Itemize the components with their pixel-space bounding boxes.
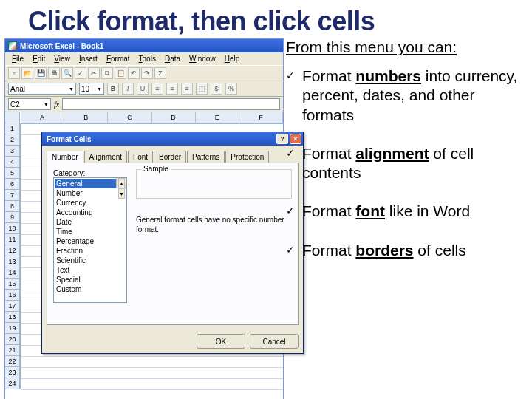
row-header[interactable]: 22 <box>5 356 20 367</box>
tab-patterns[interactable]: Patterns <box>187 151 225 163</box>
scroll-down-icon[interactable]: ▼ <box>118 188 125 199</box>
category-item[interactable]: Scientific <box>55 256 126 265</box>
col-header[interactable]: B <box>64 112 108 123</box>
italic-button[interactable]: I <box>122 83 134 95</box>
scroll-up-icon[interactable]: ▲ <box>118 178 125 188</box>
cancel-button[interactable]: Cancel <box>250 334 299 349</box>
row-header[interactable]: 19 <box>5 323 20 334</box>
row-header[interactable]: 24 <box>5 378 20 389</box>
row-header[interactable]: 17 <box>5 301 20 312</box>
align-center-icon[interactable]: ≡ <box>166 83 178 95</box>
category-item[interactable]: Custom <box>55 284 126 294</box>
dialog-title: Format Cells <box>47 135 92 143</box>
currency-icon[interactable]: $ <box>211 83 222 95</box>
undo-icon[interactable]: ↶ <box>128 67 140 79</box>
row-header[interactable]: 23 <box>5 367 20 378</box>
row-header[interactable]: 14 <box>5 267 20 279</box>
row-header[interactable]: 16 <box>5 290 20 301</box>
row-header[interactable]: 21 <box>5 345 20 356</box>
new-icon[interactable]: ▫ <box>8 67 20 79</box>
copy-icon[interactable]: ⧉ <box>101 67 113 79</box>
row-headers: 123456789101112131415161713192021222324 <box>5 123 21 389</box>
row-header[interactable]: 8 <box>5 201 20 212</box>
menu-format[interactable]: Format <box>103 54 134 64</box>
menu-data[interactable]: Data <box>161 54 184 64</box>
menu-file[interactable]: File <box>8 54 27 64</box>
category-item[interactable]: Accounting <box>55 208 126 217</box>
redo-icon[interactable]: ↷ <box>141 67 153 79</box>
cut-icon[interactable]: ✂ <box>88 67 100 79</box>
row-header[interactable]: 7 <box>5 190 20 201</box>
row-header[interactable]: 12 <box>5 245 20 256</box>
category-item[interactable]: Percentage <box>55 236 126 246</box>
select-all-corner[interactable] <box>5 112 20 123</box>
menu-tools[interactable]: Tools <box>135 54 160 64</box>
col-header[interactable]: D <box>152 112 196 123</box>
menu-edit[interactable]: Edit <box>29 54 49 64</box>
spell-icon[interactable]: ✓ <box>75 67 86 79</box>
category-item[interactable]: Time <box>55 227 126 236</box>
category-item[interactable]: Currency <box>55 198 126 208</box>
col-header[interactable]: A <box>21 112 64 123</box>
ok-button[interactable]: OK <box>197 334 245 349</box>
dialog-tabs: Number Alignment Font Border Patterns Pr… <box>47 150 299 163</box>
formula-input[interactable] <box>62 98 280 110</box>
paste-icon[interactable]: 📋 <box>115 67 126 79</box>
row-header[interactable]: 10 <box>5 223 20 234</box>
fx-icon[interactable]: fx <box>54 100 59 109</box>
dialog-help-button[interactable]: ? <box>276 134 288 144</box>
row-header[interactable]: 15 <box>5 279 20 290</box>
row-header[interactable]: 4 <box>5 157 20 168</box>
category-item[interactable]: Fraction <box>55 246 126 256</box>
excel-window-title: Microsoft Excel - Book1 <box>20 42 103 50</box>
open-icon[interactable]: 📂 <box>21 67 33 79</box>
name-box[interactable]: C2▼ <box>8 98 51 110</box>
category-item[interactable]: Date <box>55 217 126 227</box>
menu-window[interactable]: Window <box>185 54 219 64</box>
format-description: General format cells have no specific nu… <box>136 215 292 234</box>
preview-icon[interactable]: 🔍 <box>61 67 73 79</box>
row-header[interactable]: 5 <box>5 168 20 179</box>
category-item[interactable]: Special <box>55 275 126 284</box>
cell-area[interactable]: Format Cells ? × Number Align <box>21 124 283 399</box>
row-header[interactable]: 6 <box>5 179 20 190</box>
tab-protection[interactable]: Protection <box>225 151 269 163</box>
row-header[interactable]: 9 <box>5 212 20 223</box>
row-header[interactable]: 3 <box>5 146 20 157</box>
font-name-combo[interactable]: Arial▼ <box>8 83 76 95</box>
autosum-icon[interactable]: Σ <box>154 67 166 79</box>
row-header[interactable]: 1 <box>5 123 20 134</box>
category-item[interactable]: General <box>55 179 126 188</box>
underline-button[interactable]: U <box>137 83 149 95</box>
category-listbox[interactable]: GeneralNumberCurrencyAccountingDateTimeP… <box>53 177 127 303</box>
excel-titlebar: Microsoft Excel - Book1 <box>5 39 283 52</box>
row-header[interactable]: 20 <box>5 334 20 345</box>
row-header[interactable]: 13 <box>5 256 20 267</box>
formatting-toolbar: Arial▼ 10▼ B I U ≡ ≡ ≡ ⬚ $ % <box>5 81 283 97</box>
tab-alignment[interactable]: Alignment <box>84 151 127 163</box>
tab-number[interactable]: Number <box>47 151 83 163</box>
category-item[interactable]: Number <box>55 188 126 198</box>
save-icon[interactable]: 💾 <box>35 67 47 79</box>
menu-help[interactable]: Help <box>221 54 244 64</box>
align-left-icon[interactable]: ≡ <box>151 83 163 95</box>
bold-button[interactable]: B <box>107 83 119 95</box>
tab-font[interactable]: Font <box>128 151 153 163</box>
row-header[interactable]: 13 <box>5 312 20 323</box>
category-item[interactable]: Text <box>55 265 126 275</box>
merge-icon[interactable]: ⬚ <box>196 83 208 95</box>
percent-icon[interactable]: % <box>225 83 237 95</box>
listbox-scrollbar[interactable]: ▲▼ <box>116 178 126 188</box>
row-header[interactable]: 11 <box>5 234 20 245</box>
menu-view[interactable]: View <box>50 54 74 64</box>
col-header[interactable]: E <box>196 112 239 123</box>
dialog-close-button[interactable]: × <box>290 134 301 144</box>
col-header[interactable]: C <box>108 112 151 123</box>
align-right-icon[interactable]: ≡ <box>181 83 193 95</box>
font-size-combo[interactable]: 10▼ <box>79 83 104 95</box>
menu-insert[interactable]: Insert <box>75 54 101 64</box>
tab-border[interactable]: Border <box>154 151 186 163</box>
row-header[interactable]: 2 <box>5 134 20 146</box>
print-icon[interactable]: 🖶 <box>48 67 60 79</box>
col-header[interactable]: F <box>239 112 283 123</box>
